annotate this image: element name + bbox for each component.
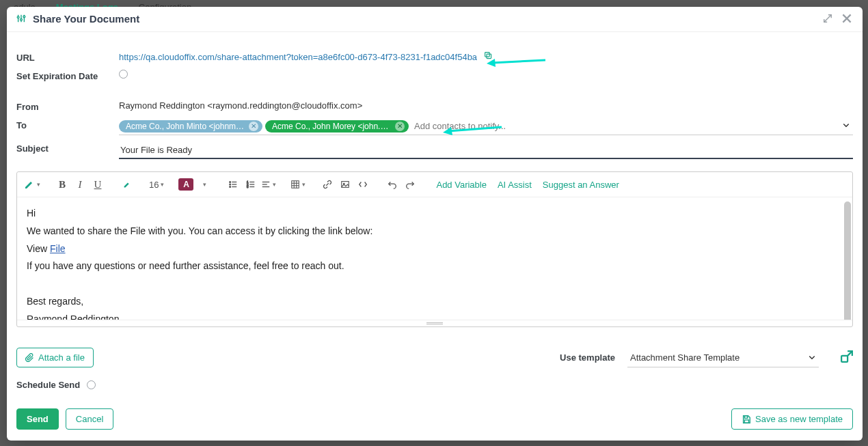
body-line: Hi: [27, 206, 843, 222]
editor-toolbar: ▾ B I U 16▾ A ▾ 123: [17, 172, 852, 197]
recipient-tag-text: Acme Co., John Morey <john.morey@…: [272, 122, 391, 131]
editor-scrollbar[interactable]: [844, 201, 851, 320]
svg-point-14: [230, 184, 231, 185]
bold-icon[interactable]: B: [55, 176, 70, 193]
use-template-label: Use template: [560, 352, 615, 363]
schedule-send-toggle[interactable]: [87, 380, 96, 389]
svg-point-16: [230, 186, 231, 188]
expand-template-icon[interactable]: [841, 350, 853, 365]
underline-icon[interactable]: U: [90, 176, 105, 193]
share-document-modal: Share Your Document URL https://qa.cloud…: [7, 7, 863, 441]
svg-rect-37: [744, 419, 748, 422]
subject-label: Subject: [16, 142, 119, 154]
font-size-select[interactable]: 16▾: [149, 176, 164, 193]
attach-file-button[interactable]: Attach a file: [16, 348, 94, 367]
body-line: Raymond Reddington: [27, 311, 843, 320]
recipient-tag-text: Acme Co., John Minto <johnminto03…: [126, 122, 245, 131]
image-icon[interactable]: [338, 176, 353, 193]
recipient-tag: Acme Co., John Morey <john.morey@… ✕: [265, 120, 409, 133]
modal-title: Share Your Document: [33, 13, 139, 25]
svg-text:3: 3: [247, 185, 249, 189]
svg-rect-10: [487, 54, 491, 59]
redo-icon[interactable]: [403, 176, 418, 193]
modal-body: URL https://qa.cloudoffix.com/share-atta…: [7, 32, 863, 408]
body-line: If you have any questions or need furthe…: [27, 258, 843, 275]
svg-line-6: [828, 15, 831, 18]
modal-header: Share Your Document: [7, 7, 863, 32]
share-url-link[interactable]: https://qa.cloudoffix.com/share-attachme…: [119, 52, 477, 62]
body-line: Best regards,: [27, 294, 843, 310]
font-color-caret[interactable]: ▾: [196, 176, 211, 193]
suggest-answer-button[interactable]: Suggest an Answer: [539, 176, 623, 193]
svg-rect-36: [744, 415, 747, 418]
add-variable-button[interactable]: Add Variable: [432, 176, 490, 193]
expiration-toggle[interactable]: [119, 70, 128, 79]
maximize-icon[interactable]: [823, 14, 832, 23]
modal-footer: Send Cancel Save as new template: [7, 408, 863, 441]
remove-recipient-icon[interactable]: ✕: [249, 122, 258, 131]
italic-icon[interactable]: I: [72, 176, 87, 193]
undo-icon[interactable]: [385, 176, 400, 193]
rich-text-editor: ▾ B I U 16▾ A ▾ 123: [16, 171, 853, 327]
svg-rect-11: [485, 53, 489, 57]
editor-content[interactable]: Hi We wanted to share the File with you.…: [17, 197, 852, 320]
send-button[interactable]: Send: [16, 408, 59, 430]
svg-rect-34: [841, 356, 847, 362]
schedule-send-label: Schedule Send: [16, 380, 80, 390]
svg-point-1: [17, 16, 19, 18]
link-icon[interactable]: [320, 176, 335, 193]
template-value: Attachment Share Template: [630, 352, 740, 363]
editor-resize-handle[interactable]: [17, 320, 852, 326]
highlight-icon[interactable]: [120, 176, 135, 193]
bullet-list-icon[interactable]: [226, 176, 241, 193]
from-value: Raymond Reddington <raymond.reddington@c…: [119, 100, 853, 111]
from-label: From: [16, 100, 119, 112]
url-label: URL: [16, 51, 119, 63]
close-icon[interactable]: [841, 12, 853, 25]
code-icon[interactable]: [355, 176, 370, 193]
file-link[interactable]: File: [50, 243, 66, 254]
add-recipient-input[interactable]: [411, 120, 837, 133]
attach-file-label: Attach a file: [38, 352, 85, 363]
to-label: To: [16, 119, 119, 130]
copy-url-icon[interactable]: [484, 52, 493, 62]
format-paint-icon[interactable]: ▾: [24, 176, 40, 193]
font-color-icon[interactable]: A: [178, 178, 193, 191]
svg-line-7: [824, 18, 828, 22]
expiration-label: Set Expiration Date: [16, 70, 119, 81]
svg-point-5: [23, 16, 25, 18]
template-select[interactable]: Attachment Share Template: [627, 348, 819, 367]
svg-rect-27: [292, 181, 299, 189]
table-icon[interactable]: ▾: [290, 176, 306, 193]
svg-point-3: [21, 18, 23, 20]
cancel-button[interactable]: Cancel: [66, 408, 113, 430]
align-icon[interactable]: ▾: [261, 176, 276, 193]
to-field[interactable]: Acme Co., John Minto <johnminto03… ✕ Acm…: [119, 119, 853, 135]
body-line: [27, 276, 843, 292]
settings-sliders-icon[interactable]: [16, 14, 26, 23]
recipient-tag: Acme Co., John Minto <johnminto03… ✕: [119, 120, 262, 133]
body-line: We wanted to share the File with you. Yo…: [27, 223, 843, 240]
svg-point-12: [230, 182, 231, 183]
remove-recipient-icon[interactable]: ✕: [395, 122, 405, 131]
numbered-list-icon[interactable]: 123: [243, 176, 258, 193]
save-as-template-button[interactable]: Save as new template: [731, 408, 853, 430]
ai-assist-button[interactable]: AI Assist: [493, 176, 536, 193]
subject-input[interactable]: [119, 142, 853, 159]
save-template-label: Save as new template: [755, 414, 843, 424]
body-line: View File: [27, 241, 843, 257]
recipient-dropdown-icon[interactable]: [839, 121, 853, 131]
